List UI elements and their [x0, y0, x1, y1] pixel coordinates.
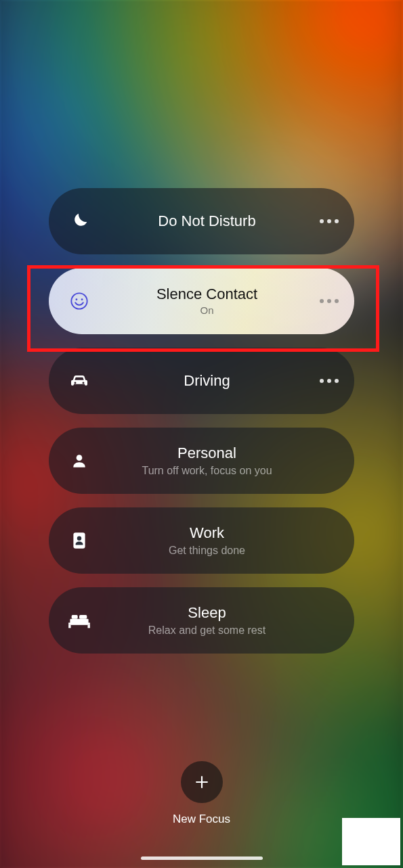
- more-button[interactable]: [304, 219, 354, 223]
- svg-rect-8: [68, 625, 70, 629]
- svg-point-5: [77, 536, 81, 541]
- focus-item-label: Do Not Disturb: [158, 212, 255, 230]
- new-focus-label: New Focus: [173, 813, 230, 826]
- focus-item-personal[interactable]: Personal Turn off work, focus on you: [49, 428, 354, 494]
- focus-item-driving[interactable]: Driving: [49, 348, 354, 414]
- focus-item-text: Sleep Relax and get some rest: [110, 604, 304, 637]
- focus-item-label: Personal: [177, 444, 236, 462]
- focus-list: Do Not Disturb Slence Contact On: [1, 188, 402, 654]
- more-button[interactable]: [304, 299, 354, 303]
- svg-rect-9: [87, 625, 89, 629]
- focus-screen: Do Not Disturb Slence Contact On: [0, 0, 403, 868]
- new-focus: New Focus: [1, 761, 402, 826]
- plus-icon: [193, 773, 211, 791]
- svg-rect-11: [79, 615, 87, 619]
- svg-rect-10: [72, 615, 78, 619]
- focus-item-status: On: [200, 304, 213, 317]
- new-focus-button[interactable]: [181, 761, 223, 803]
- white-patch: [342, 818, 400, 865]
- smile-icon: [49, 292, 110, 311]
- car-icon: [49, 370, 110, 392]
- person-icon: [49, 452, 110, 470]
- bed-icon: [49, 612, 110, 629]
- focus-item-subtitle: Relax and get some rest: [148, 624, 266, 637]
- focus-item-subtitle: Turn off work, focus on you: [142, 464, 272, 477]
- focus-item-label: Sleep: [188, 604, 226, 622]
- focus-item-dnd[interactable]: Do Not Disturb: [49, 188, 354, 254]
- focus-item-sleep[interactable]: Sleep Relax and get some rest: [49, 587, 354, 654]
- ellipsis-icon: [320, 299, 339, 303]
- ellipsis-icon: [320, 379, 339, 383]
- svg-rect-7: [68, 622, 90, 624]
- focus-item-label: Driving: [184, 372, 230, 390]
- focus-item-text: Driving: [110, 372, 304, 390]
- focus-item-label: Work: [190, 524, 224, 542]
- focus-item-text: Personal Turn off work, focus on you: [110, 444, 304, 477]
- ellipsis-icon: [320, 219, 339, 223]
- svg-point-1: [76, 298, 78, 300]
- more-button[interactable]: [304, 379, 354, 383]
- focus-item-text: Work Get things done: [110, 524, 304, 557]
- focus-item-text: Do Not Disturb: [110, 212, 304, 230]
- focus-item-work[interactable]: Work Get things done: [49, 507, 354, 574]
- svg-point-3: [77, 455, 83, 461]
- badge-icon: [49, 531, 110, 550]
- svg-point-0: [71, 293, 87, 309]
- focus-item-label: Slence Contact: [156, 285, 257, 303]
- moon-icon: [49, 211, 110, 231]
- home-indicator[interactable]: [141, 856, 263, 860]
- focus-item-silence[interactable]: Slence Contact On: [49, 268, 354, 334]
- focus-item-text: Slence Contact On: [110, 285, 304, 317]
- svg-point-2: [81, 298, 83, 300]
- focus-item-subtitle: Get things done: [169, 544, 245, 557]
